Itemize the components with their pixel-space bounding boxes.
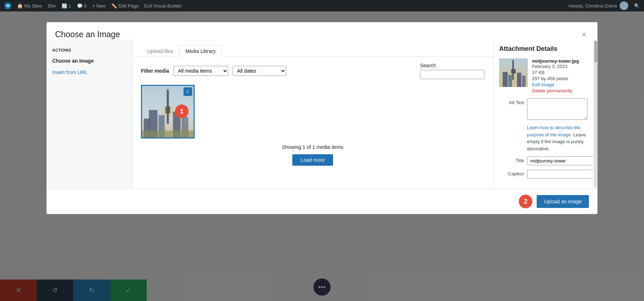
caption-input[interactable] <box>527 170 593 179</box>
admin-bar-exit-builder[interactable]: Exit Visual Builder <box>145 3 182 9</box>
admin-bar-divi[interactable]: Divi <box>48 3 56 9</box>
delete-image-link[interactable]: Delete permanently <box>532 88 579 93</box>
attachment-panel: Attachment Details <box>493 39 593 189</box>
svg-rect-15 <box>503 72 508 87</box>
search-icon: 🔍 <box>634 3 640 9</box>
wordpress-logo-icon[interactable]: W <box>4 2 11 9</box>
media-grid: ✓ 1 <box>141 85 484 139</box>
svg-rect-17 <box>517 73 521 87</box>
sidebar-item-insert-url[interactable]: Insert from URL <box>47 67 132 78</box>
tabs: Upload files Media Library <box>132 39 493 57</box>
step-badge-2: 2 <box>519 195 532 208</box>
alt-text-label: Alt Text <box>499 98 524 105</box>
modal-body: Actions Choose an Image Insert from URL … <box>47 39 597 189</box>
tab-upload-files[interactable]: Upload files <box>141 45 179 57</box>
caption-label: Caption <box>499 170 524 176</box>
media-item-wrapper: ✓ 1 <box>141 85 195 139</box>
svg-rect-16 <box>508 75 512 87</box>
modal-main: Upload files Media Library Filter media … <box>132 39 493 189</box>
admin-bar-search[interactable]: 🔍 <box>634 3 640 9</box>
modal-overlay: Choose an Image × Actions Choose an Imag… <box>0 11 644 301</box>
alt-text-hint: Learn how to describe the purpose of the… <box>527 124 587 152</box>
svg-rect-4 <box>166 89 170 90</box>
search-input[interactable] <box>420 70 484 79</box>
search-area: Search <box>420 63 484 79</box>
refresh-icon: 🔄 <box>62 3 67 9</box>
modal-title: Choose an Image <box>55 30 120 39</box>
attachment-details-title: Attachment Details <box>499 45 587 53</box>
load-more-button[interactable]: Load more <box>292 154 333 166</box>
media-grid-area: ✓ 1 Showing 1 of 1 media items Load more <box>132 85 493 189</box>
admin-bar-user: Howdy, Christina Gwira <box>569 1 628 10</box>
edit-image-link[interactable]: Edit Image <box>532 82 579 87</box>
alt-text-learn-link[interactable]: Learn how to describe the purpose of the… <box>527 125 581 137</box>
upload-image-button[interactable]: Upload an image <box>537 195 589 208</box>
admin-bar-mysites[interactable]: 🏠 My Sites <box>17 3 42 9</box>
modal-header: Choose an Image × <box>47 22 597 39</box>
filter-bar: Filter media All media items Images Audi… <box>132 57 493 85</box>
attachment-date: February 3, 2023 <box>532 64 579 69</box>
attachment-meta: midjourney-tower.jpg February 3, 2023 37… <box>532 58 579 94</box>
attachment-dimensions: 297 by 458 pixels <box>532 76 579 81</box>
sidebar-item-choose-image[interactable]: Choose an Image <box>47 55 132 67</box>
admin-bar-comments[interactable]: 💬 0 <box>77 3 87 9</box>
svg-rect-18 <box>522 76 526 87</box>
media-count: Showing 1 of 1 media items <box>141 144 484 150</box>
filter-date-select[interactable]: All dates January 2023 February 2023 <box>233 66 286 76</box>
edit-icon: ✏️ <box>111 3 117 9</box>
modal-sidebar: Actions Choose an Image Insert from URL <box>47 39 132 189</box>
admin-bar-refresh[interactable]: 🔄 1 <box>62 3 71 9</box>
modal-close-button[interactable]: × <box>579 29 589 39</box>
modal-footer: 2 Upload an image <box>47 189 597 214</box>
actions-label: Actions <box>47 45 132 55</box>
attachment-size: 37 KB <box>532 70 579 75</box>
media-selected-check: ✓ <box>184 87 192 96</box>
attachment-summary: midjourney-tower.jpg February 3, 2023 37… <box>499 58 587 94</box>
comment-icon: 💬 <box>77 3 83 9</box>
search-label: Search <box>420 63 484 68</box>
admin-bar-new[interactable]: + New <box>92 3 106 9</box>
scrollbar-track <box>594 41 597 187</box>
admin-bar: W 🏠 My Sites Divi 🔄 1 💬 0 + New ✏️ Edit … <box>0 0 644 11</box>
title-field-row: Title <box>499 156 587 165</box>
right-scrollbar[interactable] <box>593 39 597 189</box>
scrollbar-thumb <box>594 41 597 62</box>
filter-media-label: Filter media <box>141 68 169 74</box>
attachment-thumbnail <box>499 58 528 87</box>
alt-text-field-row: Alt Text <box>499 98 587 120</box>
step-badge-1: 1 <box>175 105 189 118</box>
tab-media-library[interactable]: Media Library <box>179 45 222 57</box>
filter-type-select[interactable]: All media items Images Audio Video <box>174 66 228 76</box>
title-label: Title <box>499 156 524 163</box>
attachment-filename: midjourney-tower.jpg <box>532 58 579 64</box>
title-input[interactable] <box>527 156 593 165</box>
house-icon: 🏠 <box>17 3 23 9</box>
svg-rect-10 <box>142 131 194 137</box>
alt-text-input[interactable] <box>527 98 587 120</box>
choose-image-modal: Choose an Image × Actions Choose an Imag… <box>47 22 597 214</box>
caption-field-row: Caption <box>499 170 587 179</box>
admin-bar-edit-page[interactable]: ✏️ Edit Page <box>111 3 138 9</box>
svg-rect-14 <box>511 69 516 73</box>
svg-rect-3 <box>165 107 170 113</box>
user-avatar <box>620 1 628 10</box>
